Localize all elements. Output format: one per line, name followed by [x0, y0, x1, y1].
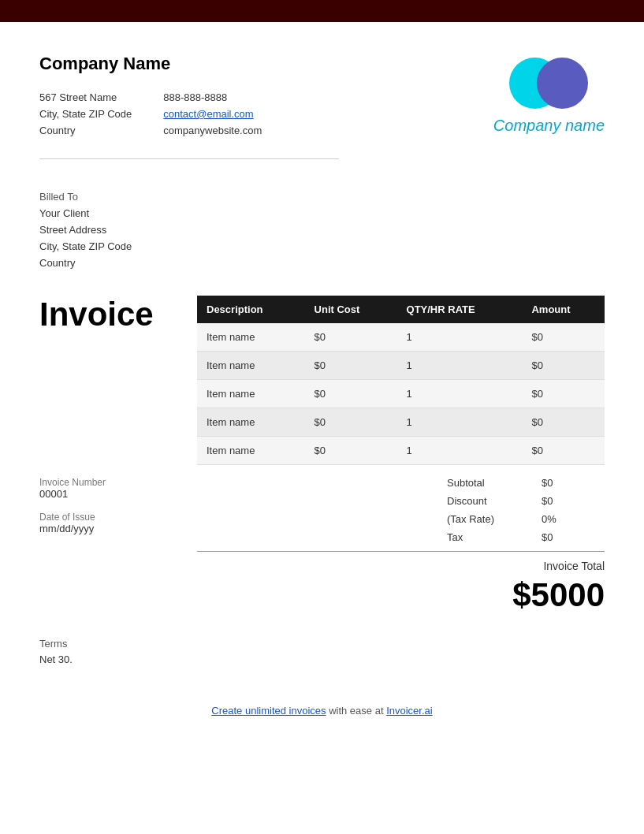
footer-link2[interactable]: Invoicer.ai [386, 705, 433, 717]
col-qty: QTY/HR RATE [397, 296, 523, 323]
billed-section: Billed To Your Client Street Address Cit… [39, 191, 605, 271]
table-row: Item name $0 1 $0 [197, 323, 605, 352]
totals-divider [197, 551, 605, 552]
company-address: 567 Street Name City, State ZIP Code Cou… [39, 90, 132, 139]
meta-totals-row: Invoice Number 00001 Date of Issue mm/dd… [39, 477, 605, 614]
company-email-link[interactable]: contact@email.com [163, 108, 253, 120]
contact-row: 567 Street Name City, State ZIP Code Cou… [39, 90, 493, 139]
date-of-issue: mm/dd/yyyy [39, 523, 197, 534]
col-unit-cost: Unit Cost [305, 296, 397, 323]
date-of-issue-label: Date of Issue [39, 512, 197, 523]
header-divider [39, 158, 339, 159]
top-bar [0, 0, 644, 22]
company-logo-text: Company name [493, 117, 605, 135]
invoice-total-label: Invoice Total [197, 560, 605, 572]
tax-rate-value: 0% [542, 513, 605, 525]
billed-to-label: Billed To [39, 191, 605, 203]
footer-link1[interactable]: Create unlimited invoices [211, 705, 326, 717]
footer: Create unlimited invoices with ease at I… [39, 705, 605, 717]
table-row: Item name $0 1 $0 [197, 351, 605, 379]
invoice-table: Description Unit Cost QTY/HR RATE Amount… [197, 296, 605, 465]
discount-label: Discount [447, 495, 542, 507]
circle-blue [537, 58, 588, 109]
bottom-section: Terms Net 30. [39, 638, 605, 665]
invoice-meta: Invoice Number 00001 Date of Issue mm/dd… [39, 477, 197, 614]
terms-value: Net 30. [39, 653, 197, 665]
totals-area: Subtotal $0 Discount $0 (Tax Rate) 0% Ta… [197, 477, 605, 614]
discount-value: $0 [542, 495, 605, 507]
subtotal-label: Subtotal [447, 477, 542, 489]
logo-circles [505, 54, 592, 113]
billed-info: Your Client Street Address City, State Z… [39, 206, 605, 271]
tax-label: Tax [447, 531, 542, 543]
tax-value: $0 [542, 531, 605, 543]
discount-row: Discount $0 [197, 495, 605, 507]
col-amount: Amount [522, 296, 605, 323]
table-row: Item name $0 1 $0 [197, 436, 605, 464]
table-row: Item name $0 1 $0 [197, 379, 605, 408]
table-row: Item name $0 1 $0 [197, 408, 605, 436]
company-info-left: Company Name 567 Street Name City, State… [39, 54, 493, 175]
invoice-table-wrapper: Description Unit Cost QTY/HR RATE Amount… [197, 296, 605, 465]
table-header-row: Description Unit Cost QTY/HR RATE Amount [197, 296, 605, 323]
header-section: Company Name 567 Street Name City, State… [39, 54, 605, 175]
subtotal-row: Subtotal $0 [197, 477, 605, 489]
company-contact: 888-888-8888 contact@email.com companywe… [163, 90, 262, 139]
invoice-main-row: Invoice Description Unit Cost QTY/HR RAT… [39, 296, 605, 465]
col-description: Description [197, 296, 305, 323]
subtotal-value: $0 [542, 477, 605, 489]
tax-rate-label: (Tax Rate) [447, 513, 542, 525]
invoice-number-label: Invoice Number [39, 477, 197, 488]
company-name: Company Name [39, 54, 493, 74]
invoice-total-amount: $5000 [197, 576, 605, 614]
invoice-title-col: Invoice [39, 296, 197, 333]
terms-label: Terms [39, 638, 197, 650]
tax-rate-row: (Tax Rate) 0% [197, 513, 605, 525]
company-logo-area: Company name [493, 54, 605, 135]
terms-section: Terms Net 30. [39, 638, 197, 665]
invoice-title: Invoice [39, 296, 197, 333]
invoice-number: 00001 [39, 488, 197, 500]
tax-row: Tax $0 [197, 531, 605, 543]
